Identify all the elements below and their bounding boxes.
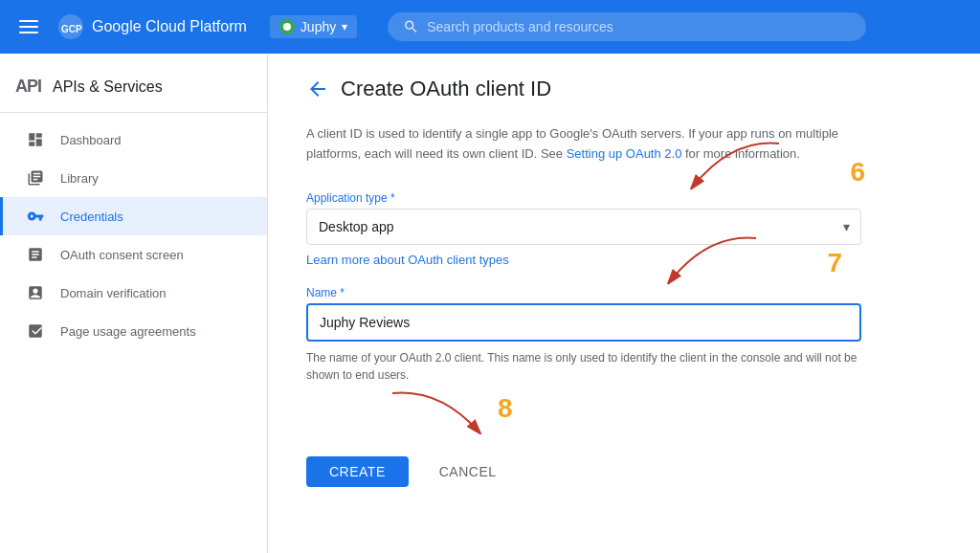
app-type-select-wrapper: Desktop app Web application Android Chro… (306, 209, 861, 245)
oauth-setup-link[interactable]: Setting up OAuth 2.0 (567, 146, 682, 161)
app-type-label: Application type * (306, 191, 861, 205)
page-title: Create OAuth client ID (341, 77, 551, 101)
sidebar-label-domain: Domain verification (60, 286, 167, 300)
sidebar-label-library: Library (60, 171, 99, 186)
menu-hamburger[interactable] (15, 16, 42, 37)
form-section: Application type * Desktop app Web appli… (306, 191, 861, 487)
sidebar-item-dashboard[interactable]: Dashboard (0, 121, 267, 159)
top-navigation: GCP Google Cloud Platform Juphy ▾ (0, 0, 980, 54)
project-icon (279, 19, 295, 34)
gcp-logo-icon: GCP (57, 13, 84, 40)
app-type-select[interactable]: Desktop app Web application Android Chro… (306, 209, 861, 245)
sidebar-item-credentials[interactable]: Credentials (0, 197, 267, 235)
sidebar-label-dashboard: Dashboard (60, 133, 122, 147)
service-name: APIs & Services (53, 78, 163, 96)
sidebar-nav: Dashboard Library Credentials (0, 113, 267, 358)
name-input-wrapper (306, 303, 861, 342)
api-badge: API (15, 77, 41, 97)
chevron-down-icon: ▾ (342, 20, 347, 33)
project-name: Juphy (301, 19, 336, 34)
sidebar-item-domain-verification[interactable]: Domain verification (0, 274, 267, 312)
search-icon (403, 18, 419, 35)
annotation-8: 8 (498, 393, 513, 424)
sidebar-item-page-usage[interactable]: Page usage agreements (0, 312, 267, 350)
cancel-button[interactable]: CANCEL (416, 456, 520, 487)
description-text: A client ID is used to identify a single… (306, 124, 861, 165)
main-content: Create OAuth client ID A client ID is us… (268, 54, 980, 553)
annotation-area: 6 Application type * (306, 191, 942, 487)
page-icon (26, 321, 45, 341)
domain-icon (26, 283, 45, 302)
credentials-icon (26, 207, 45, 226)
search-bar[interactable] (388, 12, 866, 41)
arrow-8-svg (383, 384, 498, 441)
project-selector[interactable]: Juphy ▾ (270, 15, 357, 38)
sidebar-header: API APIs & Services (0, 61, 267, 113)
name-input[interactable] (306, 303, 861, 342)
name-group: Name * The name of your OAuth 2.0 client… (306, 286, 861, 384)
create-button[interactable]: CREATE (306, 456, 409, 487)
svg-text:GCP: GCP (61, 24, 82, 34)
sidebar-label-oauth: OAuth consent screen (60, 248, 184, 262)
name-label: Name * (306, 286, 861, 299)
search-input[interactable] (427, 19, 851, 34)
sidebar: API APIs & Services Dashboard Library (0, 54, 268, 553)
logo-area: GCP Google Cloud Platform (57, 13, 247, 40)
learn-more-link[interactable]: Learn more about OAuth client types (306, 253, 861, 267)
dashboard-icon (26, 130, 45, 149)
sidebar-item-library[interactable]: Library (0, 159, 267, 197)
oauth-icon (26, 245, 45, 264)
page-header: Create OAuth client ID (306, 77, 942, 101)
library-icon (26, 168, 45, 188)
sidebar-label-credentials: Credentials (60, 210, 123, 224)
logo-text: Google Cloud Platform (92, 18, 247, 35)
sidebar-label-page-usage: Page usage agreements (60, 324, 196, 339)
back-button[interactable] (306, 77, 329, 100)
main-layout: API APIs & Services Dashboard Library (0, 54, 980, 553)
name-hint: The name of your OAuth 2.0 client. This … (306, 349, 861, 384)
sidebar-item-oauth-consent[interactable]: OAuth consent screen (0, 235, 267, 274)
app-type-group: Application type * Desktop app Web appli… (306, 191, 861, 267)
form-actions: CREATE CANCEL (306, 456, 861, 487)
